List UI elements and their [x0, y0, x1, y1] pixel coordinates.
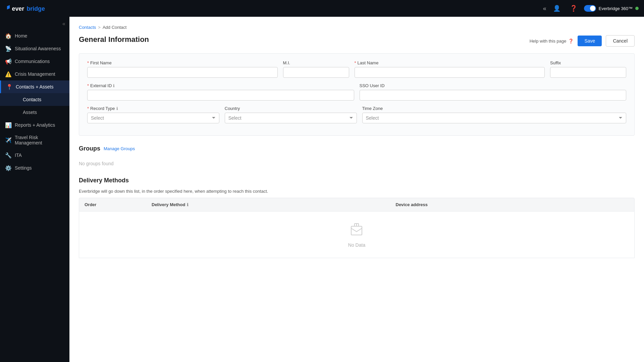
topbar-right: « 👤 ❓ Everbridge 360™ [543, 3, 639, 13]
no-data-container: No Data [348, 212, 365, 258]
record-type-required: * [87, 106, 89, 111]
sidebar-label-contacts-assets: Contacts + Assets [16, 84, 53, 89]
crisis-management-icon: ⚠️ [5, 71, 11, 77]
timezone-group: Time Zone Select [362, 106, 627, 123]
country-label: Country [225, 106, 357, 111]
record-type-info-icon[interactable]: ℹ [116, 106, 118, 111]
logo: ever bridge [5, 3, 49, 14]
sidebar-item-crisis-management[interactable]: ⚠️ Crisis Management [0, 68, 69, 80]
sidebar-item-assets[interactable]: Assets [0, 106, 69, 119]
delivery-table-body: No Data [79, 212, 635, 258]
country-group: Country Select [225, 106, 357, 123]
timezone-label: Time Zone [362, 106, 627, 111]
last-name-input[interactable] [355, 67, 545, 78]
assets-icon [13, 109, 19, 115]
content-area: Contacts > Add Contact General Informati… [69, 17, 644, 362]
no-data-icon [348, 222, 365, 239]
sidebar-item-ita[interactable]: 🔧 ITA [0, 149, 69, 162]
record-type-select[interactable]: Select [87, 113, 219, 123]
sidebar-item-communications[interactable]: 📢 Communications [0, 55, 69, 68]
sidebar-item-travel-risk[interactable]: ✈️ Travel Risk Management [0, 131, 69, 149]
save-button[interactable]: Save [578, 36, 602, 46]
mi-label: M.I. [283, 60, 349, 65]
sidebar-item-contacts[interactable]: Contacts [0, 93, 69, 106]
first-name-group: * First Name [87, 60, 278, 78]
first-name-required: * [87, 60, 89, 65]
sidebar-item-reports-analytics[interactable]: 📊 Reports + Analytics [0, 119, 69, 131]
sidebar: « 🏠 Home 📡 Situational Awareness 📢 Commu… [0, 17, 69, 362]
sidebar-label-reports-analytics: Reports + Analytics [15, 122, 55, 128]
sidebar-label-communications: Communications [15, 59, 50, 64]
external-id-info-icon[interactable]: ℹ [113, 83, 115, 88]
suffix-input[interactable] [550, 67, 626, 78]
travel-risk-icon: ✈️ [5, 137, 11, 143]
logo-svg: ever bridge [5, 3, 49, 14]
sso-id-group: SSO User ID [360, 83, 627, 101]
manage-groups-link[interactable]: Manage Groups [104, 146, 135, 151]
breadcrumb-parent-link[interactable]: Contacts [79, 25, 96, 30]
sidebar-label-situational-awareness: Situational Awareness [15, 46, 61, 51]
timezone-select[interactable]: Select [362, 113, 627, 123]
topbar: ever bridge « 👤 ❓ Everbridge 360™ [0, 0, 644, 17]
help-link-label: Help with this page [530, 39, 567, 44]
sidebar-label-contacts: Contacts [23, 97, 41, 102]
record-type-label: * Record Type ℹ [87, 106, 219, 111]
sidebar-item-contacts-assets[interactable]: 📍 Contacts + Assets [0, 80, 69, 93]
help-icon[interactable]: ❓ [567, 3, 580, 13]
no-groups-text: No groups found [79, 157, 635, 170]
suffix-label: Suffix [550, 60, 626, 65]
page-header: General Information Help with this page … [79, 35, 635, 47]
sidebar-label-settings: Settings [15, 165, 32, 171]
last-name-required: * [355, 60, 356, 65]
header-actions: Help with this page ❓ Save Cancel [530, 35, 635, 47]
first-name-label: * First Name [87, 60, 278, 65]
contacts-assets-icon: 📍 [6, 84, 12, 90]
first-name-input[interactable] [87, 67, 278, 78]
external-id-input[interactable] [87, 90, 354, 101]
mi-input[interactable] [283, 67, 349, 78]
general-information-form: * First Name M.I. * Last Name [79, 53, 635, 136]
sidebar-label-assets: Assets [23, 110, 37, 115]
sidebar-label-travel-risk: Travel Risk Management [15, 135, 64, 145]
type-row: * Record Type ℹ Select Country Select Ti… [87, 106, 626, 123]
page-title: General Information [79, 35, 149, 44]
groups-title: Groups [79, 145, 100, 152]
reports-analytics-icon: 📊 [5, 122, 11, 128]
delivery-table-header: Order Delivery Method ℹ Device address [79, 198, 635, 212]
groups-section: Groups Manage Groups No groups found [79, 145, 635, 170]
column-delivery-method: Delivery Method ℹ [146, 198, 390, 211]
sidebar-label-crisis-management: Crisis Management [15, 71, 55, 77]
external-id-label: * External ID ℹ [87, 83, 354, 88]
groups-header: Groups Manage Groups [79, 145, 635, 152]
help-link-icon: ❓ [568, 39, 574, 44]
last-name-label: * Last Name [355, 60, 545, 65]
collapse-icon[interactable]: « [543, 5, 546, 12]
column-order: Order [79, 198, 146, 211]
delivery-methods-header: Delivery Methods [79, 177, 635, 184]
sidebar-item-home[interactable]: 🏠 Home [0, 29, 69, 42]
id-row: * External ID ℹ SSO User ID [87, 83, 626, 101]
main-content: Contacts > Add Contact General Informati… [69, 17, 644, 362]
svg-rect-2 [351, 226, 362, 235]
situational-awareness-icon: 📡 [5, 46, 11, 52]
sidebar-label-home: Home [15, 33, 27, 39]
ita-icon: 🔧 [5, 152, 11, 158]
country-select[interactable]: Select [225, 113, 357, 123]
help-with-page-link[interactable]: Help with this page ❓ [530, 39, 574, 44]
sidebar-item-situational-awareness[interactable]: 📡 Situational Awareness [0, 42, 69, 55]
cancel-button[interactable]: Cancel [606, 35, 635, 47]
everbridge360-label: Everbridge 360™ [599, 6, 633, 11]
no-data-label: No Data [348, 242, 365, 248]
everbridge360-toggle-wrap: Everbridge 360™ [584, 5, 639, 12]
delivery-method-info-icon[interactable]: ℹ [187, 202, 189, 207]
sso-id-input[interactable] [360, 90, 627, 101]
svg-text:ever: ever [12, 5, 24, 12]
user-icon[interactable]: 👤 [550, 3, 563, 13]
sidebar-item-settings[interactable]: ⚙️ Settings [0, 162, 69, 174]
everbridge360-toggle[interactable] [584, 5, 596, 12]
column-device-address: Device address [390, 198, 635, 211]
sso-id-label: SSO User ID [360, 83, 627, 88]
status-dot [635, 7, 639, 10]
sidebar-collapse-button[interactable]: « [0, 19, 69, 29]
settings-icon: ⚙️ [5, 165, 11, 171]
